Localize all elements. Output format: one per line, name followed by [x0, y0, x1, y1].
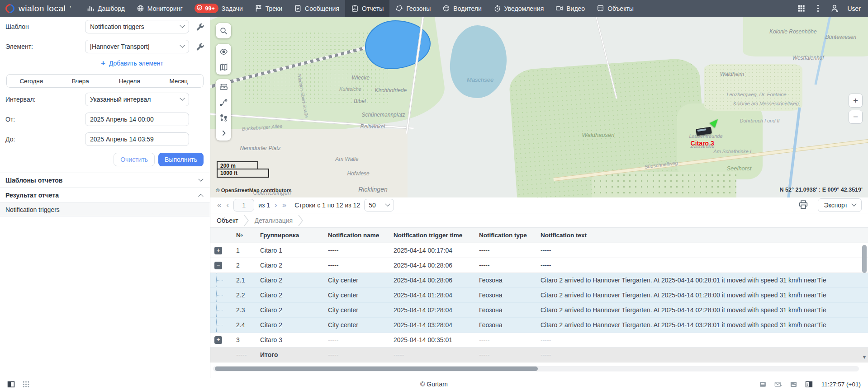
table-row[interactable]: 2.3Citaro 2City center2025-04-14 02:28:0…	[210, 303, 868, 318]
table-row[interactable]: -----Итого--------------------	[210, 348, 868, 362]
from-datetime-input[interactable]: 2025 Апрель 14 00:00	[85, 113, 189, 126]
ruler-icon[interactable]	[216, 79, 231, 94]
nav-item-reports[interactable]: Отчеты	[345, 0, 389, 17]
scrollbar-thumb[interactable]	[215, 367, 538, 371]
page-size-select[interactable]: 50	[364, 199, 394, 211]
scroll-down-arrow[interactable]: ▼	[862, 354, 867, 360]
cell-num: 1	[232, 243, 256, 258]
nav-item-video[interactable]: Видео	[550, 0, 591, 17]
notes-icon[interactable]	[759, 381, 767, 388]
logo-swirl-icon	[4, 2, 16, 15]
nav-item-units[interactable]: Объекты	[591, 0, 640, 17]
tree-branch-icon	[214, 273, 226, 287]
row-expand-toggle[interactable]: +	[214, 247, 222, 254]
cell-group: Citaro 2	[256, 258, 323, 273]
kebab-menu-icon[interactable]	[814, 4, 822, 13]
table-row[interactable]: 2.2Citaro 2City center2025-04-14 01:28:0…	[210, 288, 868, 303]
cell-group: Citaro 2	[256, 318, 323, 332]
to-label: До:	[5, 136, 85, 143]
add-element-button[interactable]: + Добавить элемент	[0, 56, 210, 70]
split-view-icon[interactable]	[805, 381, 813, 388]
logo-mark: ’	[70, 5, 71, 12]
wialon-logo[interactable]: wialon local ’	[5, 4, 71, 14]
report-result-section[interactable]: Результат отчета	[0, 188, 210, 202]
nav-item-messages[interactable]: Сообщения	[288, 0, 345, 17]
map-label: Büntewiesen	[825, 34, 856, 40]
status-bar: © Gurtam 11:27:57 (+01)	[0, 378, 868, 390]
map-layers-icon[interactable]	[216, 59, 231, 75]
nav-item-tracks[interactable]: Треки	[249, 0, 288, 17]
export-button[interactable]: Экспорт	[818, 198, 862, 212]
cell-name: City center	[323, 273, 389, 287]
template-settings-wrench-icon[interactable]	[195, 22, 204, 31]
map-labels: MaschseeWieckeKuhteicheKirchhofriedeBibe…	[210, 17, 868, 197]
search-icon[interactable]	[216, 23, 231, 38]
horizontal-scrollbar[interactable]	[213, 366, 859, 371]
table-row[interactable]: −2Citaro 2-----2025-04-14 00:28:06------…	[210, 258, 868, 273]
row-expand-toggle[interactable]: −	[214, 262, 222, 269]
nav-item-notifications[interactable]: Уведомления	[488, 0, 550, 17]
quick-range-0[interactable]: Сегодня	[7, 78, 56, 85]
quick-range-3[interactable]: Месяц	[154, 78, 204, 85]
report-templates-section[interactable]: Шаблоны отчетов	[0, 173, 210, 188]
template-label: Шаблон	[5, 23, 85, 30]
column-header-5: Notification type	[474, 228, 536, 243]
chevron-right-icon[interactable]	[216, 125, 231, 141]
last-page-button[interactable]: »	[282, 201, 287, 210]
element-select[interactable]: [Hannover Transport]	[85, 40, 189, 53]
vertical-scrollbar[interactable]: ▼	[862, 244, 867, 360]
element-settings-wrench-icon[interactable]	[195, 42, 204, 51]
nav-item-tasks[interactable]: 99+Задачи	[189, 0, 249, 17]
print-icon[interactable]	[798, 200, 809, 211]
table-row[interactable]: 2.4Citaro 2City center2025-04-14 03:28:0…	[210, 318, 868, 333]
nav-item-drivers[interactable]: Водители	[436, 0, 487, 17]
user-icon[interactable]	[830, 4, 839, 13]
prev-page-button[interactable]: ‹	[226, 201, 229, 210]
table-row[interactable]: +3Citaro 3-----2025-04-14 00:35:01------…	[210, 333, 868, 348]
scrollbar-thumb[interactable]	[862, 245, 867, 273]
apps-grid-icon[interactable]	[797, 4, 806, 13]
map-canvas[interactable]: MaschseeWieckeKuhteicheKirchhofriedeBibe…	[210, 17, 868, 197]
to-datetime-input[interactable]: 2025 Апрель 14 03:59	[85, 132, 189, 146]
template-select[interactable]: Notification triggers	[85, 20, 189, 33]
cell-name: City center	[323, 288, 389, 302]
nav-item-monitoring[interactable]: Мониторинг	[131, 0, 189, 17]
quick-range-1[interactable]: Вчера	[56, 78, 105, 85]
mail-import-icon[interactable]	[774, 381, 782, 388]
tab-детализация[interactable]: Детализация	[251, 217, 296, 224]
clear-button[interactable]: Очистить	[114, 153, 155, 166]
cell-type: Геозона	[474, 303, 536, 317]
column-header-6: Notification text	[536, 228, 868, 243]
page-number-input[interactable]: 1	[233, 199, 254, 211]
zoom-out-button[interactable]: −	[849, 110, 863, 124]
quick-range-2[interactable]: Неделя	[105, 78, 154, 85]
nav-item-geofences[interactable]: Геозоны	[389, 0, 436, 17]
image-icon[interactable]	[790, 381, 797, 388]
unit-marker-citaro-3[interactable]: Citaro 3	[688, 122, 742, 153]
nav-item-label: Водители	[453, 5, 481, 12]
map-label: Südschnellweg	[644, 160, 678, 169]
cell-name: -----	[323, 258, 389, 273]
globe-icon	[137, 5, 144, 12]
map-label: Kolonie Rosenhöhe	[769, 28, 817, 35]
tab-объект[interactable]: Объект	[217, 217, 242, 224]
bus-icon	[597, 5, 604, 12]
next-page-button[interactable]: ›	[274, 201, 278, 210]
copyright: © Gurtam	[0, 381, 868, 388]
visibility-eye-icon[interactable]	[216, 44, 231, 59]
result-item-notification-triggers[interactable]: Notification triggers	[0, 202, 210, 216]
chevron-down-icon	[180, 96, 185, 101]
expand-cell: +	[210, 243, 232, 258]
route-icon[interactable]	[216, 94, 231, 110]
table-row[interactable]: +1Citaro 1-----2025-04-14 00:17:04------…	[210, 243, 868, 258]
execute-button[interactable]: Выполнить	[158, 153, 204, 166]
user-name[interactable]: User	[847, 5, 861, 12]
interval-select[interactable]: Указанный интервал	[85, 93, 189, 106]
table-row[interactable]: 2.1Citaro 2City center2025-04-14 00:28:0…	[210, 273, 868, 288]
row-expand-toggle[interactable]: +	[214, 336, 222, 344]
waypoints-icon[interactable]	[216, 110, 231, 125]
first-page-button[interactable]: «	[217, 201, 222, 210]
zoom-in-button[interactable]: +	[849, 94, 863, 108]
nav-item-dashboard[interactable]: Дашборд	[81, 0, 131, 17]
map-label: Ricklingen	[358, 186, 388, 193]
